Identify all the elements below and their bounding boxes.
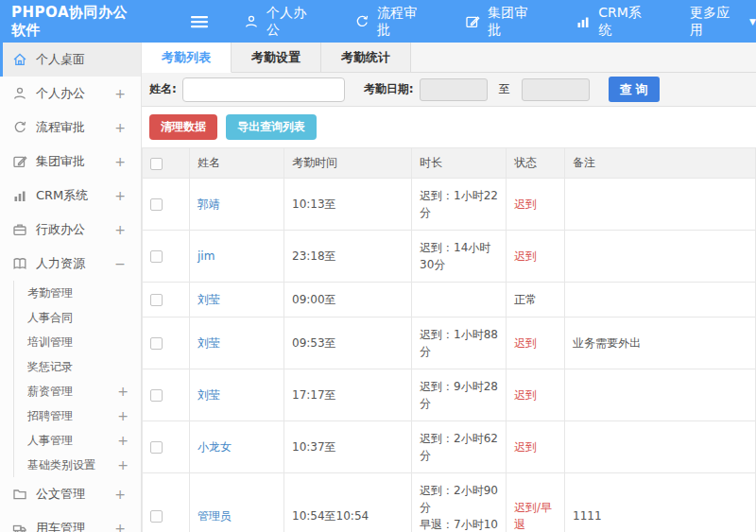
nav-personal-office[interactable]: 个人办公 [244,5,318,39]
note-cell: 1111 [565,473,756,532]
attendance-date-label: 考勤日期: [364,81,414,97]
row-checkbox[interactable] [150,337,163,350]
attendance-table: 姓名 考勤时间 时长 状态 备注 郭靖 10:13至 迟到：1小时22分 迟到 [142,147,756,532]
hamburger-icon [191,14,208,29]
duration-cell: 迟到：2小时90分 早退：7小时10分 [412,473,507,532]
sidebar-subitem-label: 基础类别设置 [27,457,95,473]
expand-toggle[interactable]: + [114,222,126,237]
sidebar-subitem-reward-punishment[interactable]: 奖惩记录 [14,354,141,379]
status-cell: 迟到 [507,421,565,473]
sidebar-subitem-attendance-management[interactable]: 考勤管理 [14,281,141,305]
tab-attendance-statistics[interactable]: 考勤统计 [321,43,411,72]
sidebar-subitem-recruit-management[interactable]: 招聘管理 + [14,403,141,428]
expand-toggle[interactable]: + [117,433,129,448]
nav-label: 流程审批 [377,5,429,39]
filter-bar: 姓名: 考勤日期: 至 查 询 [142,73,756,107]
sidebar-item-label: 行政办公 [36,221,85,238]
employee-name-link[interactable]: 刘莹 [198,388,220,402]
main-content: 考勤列表 考勤设置 考勤统计 姓名: 考勤日期: 至 查 询 清理数据 导出查询… [142,43,756,532]
action-bar: 清理数据 导出查询列表 [142,107,756,147]
select-all-checkbox[interactable] [150,158,163,170]
expand-toggle[interactable]: + [114,188,126,203]
table-row: 刘莹 17:17至 迟到：9小时28分 迟到 [143,369,756,421]
flow-icon [354,14,369,29]
sidebar-item-personal-desktop[interactable]: 个人桌面 [0,43,141,77]
employee-name-link[interactable]: 刘莹 [198,336,220,350]
row-checkbox[interactable] [150,250,163,263]
edit-icon [465,14,480,29]
sidebar-subitem-label: 培训管理 [27,335,73,351]
sidebar-item-personal-office[interactable]: 个人办公 + [0,77,141,111]
name-label: 姓名: [149,81,177,97]
duration-cell: 迟到：2小时62分 [412,421,507,473]
sidebar-subitem-base-category-settings[interactable]: 基础类别设置 + [14,453,141,477]
export-list-button[interactable]: 导出查询列表 [226,114,317,140]
tab-attendance-settings[interactable]: 考勤设置 [232,43,321,72]
flow-icon [12,120,27,135]
row-checkbox[interactable] [150,389,163,402]
nav-more-apps[interactable]: 更多应用 ▼ [690,5,756,39]
sidebar-subitem-label: 人事合同 [27,310,73,326]
sidebar-subitem-hr-contract[interactable]: 人事合同 [14,305,141,330]
sidebar-subitem-label: 考勤管理 [27,285,73,301]
sidebar-item-group-approval[interactable]: 集团审批 + [0,145,141,179]
to-label: 至 [499,81,510,97]
status-cell: 迟到 [507,179,565,231]
attendance-time-cell: 10:54至10:54 [284,473,412,532]
sidebar-item-crm-system[interactable]: CRM系统 + [0,179,141,213]
duration-cell: 迟到：1小时88分 [412,317,507,369]
sidebar-subitem-salary-management[interactable]: 薪资管理 + [14,379,141,403]
sidebar-subitem-personnel-management[interactable]: 人事管理 + [14,428,141,453]
sidebar-item-vehicle-management[interactable]: 用车管理 + [0,511,141,532]
search-button[interactable]: 查 询 [609,77,660,102]
date-from-input[interactable] [420,78,488,101]
note-cell [565,283,756,317]
employee-name-link[interactable]: 管理员 [198,509,232,523]
name-input[interactable] [182,77,345,102]
sidebar-item-human-resources[interactable]: 人力资源 − [0,247,141,281]
employee-name-link[interactable]: 郭靖 [198,197,220,211]
sidebar-item-admin-office[interactable]: 行政办公 + [0,213,141,247]
row-checkbox[interactable] [150,441,163,454]
row-checkbox[interactable] [150,198,163,211]
nav-crm-system[interactable]: CRM系统 [576,5,654,39]
table-row: 管理员 10:54至10:54 迟到：2小时90分 早退：7小时10分 迟到/早… [143,473,756,532]
nav-workflow-approval[interactable]: 流程审批 [354,5,429,39]
expand-toggle[interactable]: + [114,120,126,135]
nav-label: 个人办公 [266,5,318,39]
table-header-row: 姓名 考勤时间 时长 状态 备注 [143,148,756,179]
employee-name-link[interactable]: 小龙女 [198,440,232,454]
collapse-toggle[interactable]: − [114,256,126,271]
row-checkbox[interactable] [150,510,163,523]
clean-data-button[interactable]: 清理数据 [149,114,217,140]
sidebar-item-label: 个人桌面 [36,51,85,68]
nav-label: CRM系统 [598,5,654,39]
sidebar-item-workflow-approval[interactable]: 流程审批 + [0,111,141,145]
sidebar-subitem-label: 薪资管理 [27,384,73,400]
sidebar-subitem-training-management[interactable]: 培训管理 [14,330,141,354]
attendance-time-cell: 09:53至 [284,317,412,369]
date-to-input[interactable] [522,78,590,101]
expand-toggle[interactable]: + [114,86,126,101]
user-icon [12,86,27,101]
sidebar-subitem-label: 人事管理 [27,433,73,449]
expand-toggle[interactable]: + [114,521,126,532]
duration-cell [412,283,507,317]
menu-toggle-button[interactable] [191,14,208,29]
row-checkbox[interactable] [150,294,163,306]
expand-toggle[interactable]: + [114,487,126,502]
employee-name-link[interactable]: jim [198,249,215,263]
tab-bar: 考勤列表 考勤设置 考勤统计 [142,43,756,73]
chart-icon [576,14,591,29]
expand-toggle[interactable]: + [117,457,129,472]
expand-toggle[interactable]: + [117,384,129,399]
expand-toggle[interactable]: + [117,408,129,423]
expand-toggle[interactable]: + [114,154,126,169]
top-navigation: 个人办公 流程审批 集团审批 CRM系统 更多应用 ▼ [208,5,756,39]
tab-attendance-list[interactable]: 考勤列表 [142,43,232,73]
employee-name-link[interactable]: 刘莹 [198,293,220,306]
note-cell [565,231,756,283]
sidebar-item-document-management[interactable]: 公文管理 + [0,477,141,511]
attendance-time-cell: 23:18至 [284,231,412,283]
nav-group-approval[interactable]: 集团审批 [465,5,540,39]
